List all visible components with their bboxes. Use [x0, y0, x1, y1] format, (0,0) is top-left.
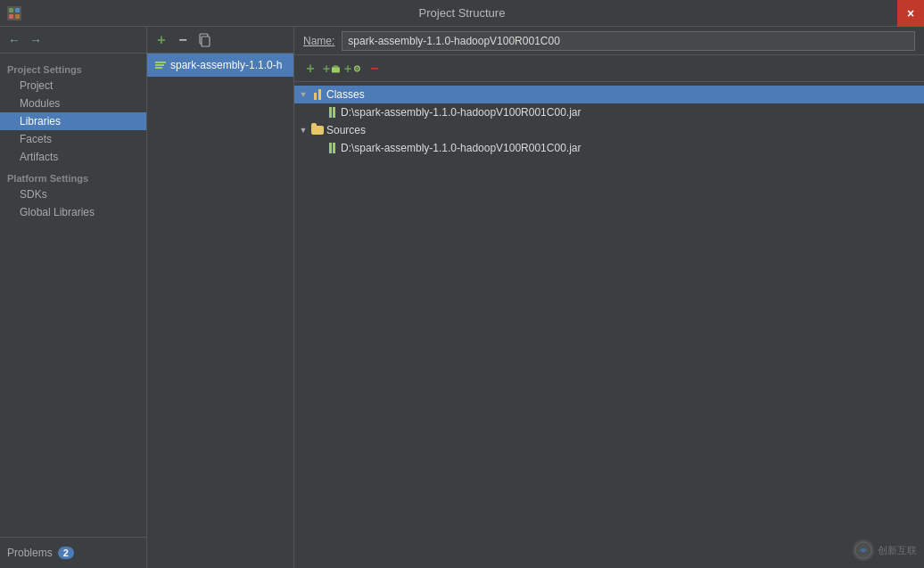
name-input[interactable] — [342, 31, 915, 51]
watermark-logo — [853, 539, 874, 561]
content-panel: Name: + + + − — [294, 27, 924, 568]
classes-jar-item[interactable]: D:\spark-assembly-1.1.0-hadoopV100R001C0… — [309, 103, 924, 121]
svg-rect-7 — [334, 65, 338, 68]
classes-group: ▼ Classes — [294, 86, 924, 121]
sources-row[interactable]: ▼ Sources — [294, 121, 924, 139]
lib-toolbar: + − — [147, 27, 293, 54]
sidebar-item-facets[interactable]: Facets — [0, 130, 146, 148]
window-title: Project Structure — [419, 6, 506, 20]
title-bar: Project Structure × — [0, 0, 924, 27]
app-icon — [7, 6, 21, 21]
add-button[interactable]: + — [301, 60, 319, 78]
add-spec-button[interactable]: + — [344, 60, 362, 78]
problems-label: Problems — [7, 547, 53, 559]
jar-arrow-spacer — [312, 107, 323, 118]
svg-rect-6 — [332, 67, 340, 72]
svg-rect-1 — [15, 8, 20, 12]
library-item-label: spark-assembly-1.1.0-h — [170, 59, 282, 71]
sidebar-bottom: Problems 2 — [0, 537, 146, 568]
sidebar: ← → Project Settings Project Modules Lib… — [0, 27, 147, 568]
problems-item[interactable]: Problems 2 — [0, 543, 146, 563]
svg-rect-2 — [9, 14, 13, 19]
project-settings-section: Project Settings — [0, 57, 146, 77]
sources-arrow: ▼ — [298, 125, 309, 136]
sources-group: ▼ Sources D — [294, 121, 924, 157]
close-button[interactable]: × — [897, 0, 924, 27]
sidebar-nav: Project Settings Project Modules Librari… — [0, 54, 146, 537]
library-icon — [154, 59, 167, 71]
lib-add-button[interactable]: + — [153, 31, 170, 49]
library-list-panel: + − spark-assembly-1.1.0-h — [147, 27, 294, 568]
remove-button[interactable]: − — [366, 60, 384, 78]
classes-arrow: ▼ — [298, 89, 309, 100]
library-item-spark[interactable]: spark-assembly-1.1.0-h — [147, 54, 293, 77]
sidebar-item-global-libraries[interactable]: Global Libraries — [0, 203, 146, 221]
sidebar-item-libraries[interactable]: Libraries — [0, 112, 146, 130]
jar-icon-classes — [325, 105, 339, 119]
content-toolbar: + + + − — [294, 55, 924, 82]
watermark-text: 创新互联 — [878, 544, 917, 557]
lib-copy-button[interactable] — [195, 31, 213, 49]
classes-label: Classes — [326, 88, 365, 101]
back-button[interactable]: ← — [5, 31, 23, 49]
sidebar-item-sdks[interactable]: SDKs — [0, 185, 146, 203]
sources-label: Sources — [326, 124, 366, 136]
svg-rect-3 — [15, 14, 20, 19]
sidebar-toolbar: ← → — [0, 27, 146, 54]
classes-jar-label: D:\spark-assembly-1.1.0-hadoopV100R001C0… — [341, 106, 581, 119]
watermark: 创新互联 — [853, 539, 917, 561]
sources-jar-item[interactable]: D:\spark-assembly-1.1.0-hadoopV100R001C0… — [309, 139, 924, 157]
sidebar-item-project[interactable]: Project — [0, 77, 146, 95]
add-package-button[interactable]: + — [323, 60, 341, 78]
tree-view: ▼ Classes — [294, 82, 924, 568]
jar-icon-sources — [325, 141, 339, 155]
main-layout: ← → Project Settings Project Modules Lib… — [0, 27, 924, 568]
sources-jar-arrow-spacer — [312, 143, 323, 153]
classes-row[interactable]: ▼ Classes — [294, 86, 924, 103]
classes-icon — [310, 87, 325, 102]
classes-children: D:\spark-assembly-1.1.0-hadoopV100R001C0… — [294, 103, 924, 121]
sidebar-item-artifacts[interactable]: Artifacts — [0, 148, 146, 166]
name-bar: Name: — [294, 27, 924, 55]
problems-badge: 2 — [58, 547, 74, 559]
svg-point-9 — [357, 67, 359, 69]
sources-folder-icon — [310, 123, 325, 137]
forward-button[interactable]: → — [27, 31, 45, 49]
sources-children: D:\spark-assembly-1.1.0-hadoopV100R001C0… — [294, 139, 924, 157]
lib-remove-button[interactable]: − — [174, 31, 192, 49]
sources-jar-label: D:\spark-assembly-1.1.0-hadoopV100R001C0… — [341, 142, 581, 154]
svg-rect-5 — [202, 37, 210, 46]
platform-settings-section: Platform Settings — [0, 166, 146, 185]
svg-rect-0 — [9, 8, 13, 12]
name-label: Name: — [303, 35, 334, 47]
sidebar-item-modules[interactable]: Modules — [0, 95, 146, 112]
